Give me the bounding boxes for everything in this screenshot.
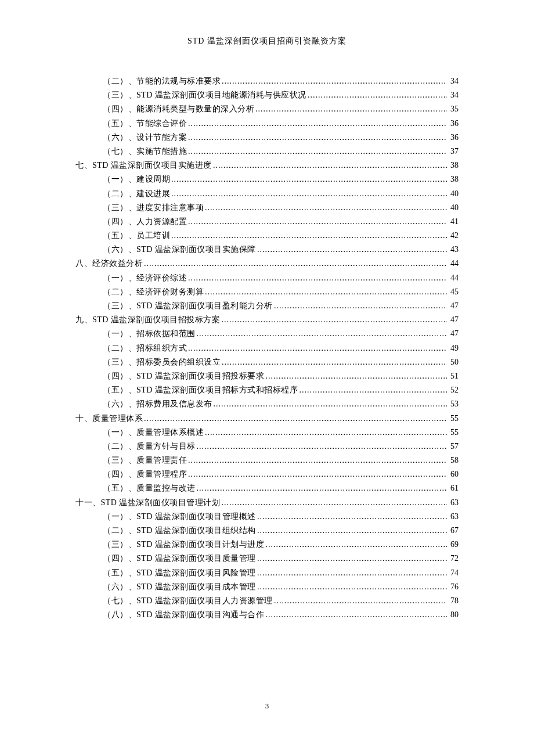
toc-leader-dots <box>273 299 447 313</box>
toc-entry-label: （二）、质量方针与目标 <box>103 440 196 453</box>
toc-entry[interactable]: （五）、STD 温盐深剖面仪项目风险管理74 <box>75 566 459 580</box>
toc-entry[interactable]: （六）、STD 温盐深剖面仪项目实施保障43 <box>75 243 459 257</box>
toc-entry-page: 35 <box>447 102 459 116</box>
toc-entry[interactable]: （五）、STD 温盐深剖面仪项目招标方式和招标程序52 <box>75 383 459 397</box>
toc-entry[interactable]: （五）、质量监控与改进61 <box>75 481 459 495</box>
toc-entry[interactable]: （一）、质量管理体系概述55 <box>75 426 459 440</box>
toc-entry[interactable]: （六）、招标费用及信息发布53 <box>75 397 459 411</box>
toc-entry[interactable]: 八、经济效益分析44 <box>75 257 459 271</box>
toc-leader-dots <box>264 369 447 383</box>
toc-entry[interactable]: （一）、招标依据和范围47 <box>75 327 459 341</box>
toc-entry[interactable]: （八）、STD 温盐深剖面仪项目沟通与合作80 <box>75 608 459 622</box>
toc-entry[interactable]: （七）、实施节能措施37 <box>75 145 459 159</box>
toc-entry[interactable]: （五）、员工培训42 <box>75 229 459 243</box>
toc-entry[interactable]: （二）、STD 温盐深剖面仪项目组织结构67 <box>75 524 459 538</box>
toc-entry[interactable]: （二）、招标组织方式49 <box>75 341 459 355</box>
toc-entry-page: 51 <box>447 369 459 383</box>
toc-leader-dots <box>306 88 447 102</box>
toc-entry[interactable]: （三）、STD 温盐深剖面仪项目地能源消耗与供应状况34 <box>75 88 459 102</box>
toc-entry[interactable]: 十一、STD 温盐深剖面仪项目管理计划63 <box>75 496 459 510</box>
toc-leader-dots <box>254 102 447 116</box>
toc-leader-dots <box>264 538 447 552</box>
toc-entry-page: 34 <box>447 88 459 102</box>
toc-entry[interactable]: （三）、质量管理责任58 <box>75 453 459 467</box>
toc-entry-page: 49 <box>447 341 459 355</box>
toc-leader-dots <box>170 172 447 186</box>
toc-entry-label: 九、STD 温盐深剖面仪项目招投标方案 <box>75 313 220 327</box>
toc-leader-dots <box>170 229 447 243</box>
toc-entry-page: 40 <box>447 187 459 201</box>
toc-entry[interactable]: （一）、STD 温盐深剖面仪项目管理概述63 <box>75 510 459 524</box>
toc-entry-label: （六）、设计节能方案 <box>103 131 187 145</box>
toc-leader-dots <box>196 440 448 453</box>
toc-entry-label: （六）、STD 温盐深剖面仪项目实施保障 <box>103 243 256 257</box>
toc-leader-dots <box>196 481 448 495</box>
toc-entry[interactable]: （六）、设计节能方案36 <box>75 131 459 145</box>
toc-entry[interactable]: （一）、经济评价综述44 <box>75 271 459 285</box>
toc-entry-label: （六）、STD 温盐深剖面仪项目成本管理 <box>103 580 256 594</box>
toc-entry-label: （七）、STD 温盐深剖面仪项目人力资源管理 <box>103 594 273 608</box>
toc-entry[interactable]: （一）、建设周期38 <box>75 172 459 186</box>
toc-entry[interactable]: （三）、进度安排注意事项40 <box>75 201 459 215</box>
toc-entry-page: 38 <box>447 172 459 186</box>
toc-entry-page: 72 <box>447 552 459 566</box>
toc-entry-label: （四）、STD 温盐深剖面仪项目招投标要求 <box>103 369 264 383</box>
toc-entry[interactable]: （四）、STD 温盐深剖面仪项目质量管理72 <box>75 552 459 566</box>
toc-entry[interactable]: （二）、经济评价财务测算45 <box>75 285 459 299</box>
toc-entry-page: 55 <box>447 426 459 440</box>
toc-entry[interactable]: （二）、节能的法规与标准要求34 <box>75 74 459 88</box>
toc-entry[interactable]: （二）、质量方针与目标57 <box>75 440 459 453</box>
toc-entry-label: 十一、STD 温盐深剖面仪项目管理计划 <box>75 496 220 510</box>
toc-leader-dots <box>170 187 447 201</box>
toc-leader-dots <box>256 510 447 524</box>
toc-entry[interactable]: （三）、STD 温盐深剖面仪项目计划与进度69 <box>75 538 459 552</box>
toc-entry-page: 80 <box>447 608 459 622</box>
toc-entry[interactable]: （五）、节能综合评价36 <box>75 117 459 131</box>
toc-leader-dots <box>204 426 447 440</box>
toc-entry[interactable]: （四）、人力资源配置41 <box>75 215 459 229</box>
toc-entry-page: 44 <box>447 257 459 271</box>
toc-entry-page: 36 <box>447 117 459 131</box>
toc-entry[interactable]: （三）、招标委员会的组织设立50 <box>75 355 459 369</box>
toc-leader-dots <box>220 313 447 327</box>
toc-entry-page: 52 <box>447 383 459 397</box>
toc-entry-label: （六）、招标费用及信息发布 <box>103 397 212 411</box>
toc-entry[interactable]: （四）、STD 温盐深剖面仪项目招投标要求51 <box>75 369 459 383</box>
toc-leader-dots <box>187 145 447 159</box>
toc-entry[interactable]: （四）、能源消耗类型与数量的深入分析35 <box>75 102 459 116</box>
toc-entry[interactable]: 九、STD 温盐深剖面仪项目招投标方案47 <box>75 313 459 327</box>
toc-entry[interactable]: （六）、STD 温盐深剖面仪项目成本管理76 <box>75 580 459 594</box>
toc-entry-label: （三）、STD 温盐深剖面仪项目地能源消耗与供应状况 <box>103 88 306 102</box>
toc-entry-label: （四）、能源消耗类型与数量的深入分析 <box>103 102 254 116</box>
toc-entry-page: 78 <box>447 594 459 608</box>
toc-leader-dots <box>187 215 447 229</box>
toc-entry-label: （三）、STD 温盐深剖面仪项目盈利能力分析 <box>103 299 273 313</box>
toc-entry-label: （三）、招标委员会的组织设立 <box>103 355 221 369</box>
toc-entry-label: （五）、STD 温盐深剖面仪项目风险管理 <box>103 566 256 580</box>
toc-leader-dots <box>187 467 447 481</box>
toc-entry-label: （三）、STD 温盐深剖面仪项目计划与进度 <box>103 538 264 552</box>
toc-entry[interactable]: （四）、质量管理程序60 <box>75 467 459 481</box>
toc-entry-page: 40 <box>447 201 459 215</box>
toc-entry-label: （二）、经济评价财务测算 <box>103 285 204 299</box>
toc-leader-dots <box>256 580 447 594</box>
toc-entry[interactable]: 十、质量管理体系55 <box>75 412 459 426</box>
toc-entry[interactable]: （二）、建设进展40 <box>75 187 459 201</box>
toc-entry-label: 七、STD 温盐深剖面仪项目实施进度 <box>75 159 212 172</box>
toc-leader-dots <box>143 257 447 271</box>
document-page: STD 温盐深剖面仪项目招商引资融资方案 （二）、节能的法规与标准要求34（三）… <box>0 0 534 622</box>
toc-entry-label: （二）、建设进展 <box>103 187 170 201</box>
toc-entry-label: （四）、质量管理程序 <box>103 467 187 481</box>
toc-entry[interactable]: 七、STD 温盐深剖面仪项目实施进度38 <box>75 159 459 172</box>
toc-leader-dots <box>187 131 447 145</box>
toc-leader-dots <box>220 496 447 510</box>
toc-entry[interactable]: （七）、STD 温盐深剖面仪项目人力资源管理78 <box>75 594 459 608</box>
toc-leader-dots <box>187 117 447 131</box>
toc-leader-dots <box>256 243 447 257</box>
toc-leader-dots <box>264 608 447 622</box>
toc-entry[interactable]: （三）、STD 温盐深剖面仪项目盈利能力分析47 <box>75 299 459 313</box>
toc-entry-label: （八）、STD 温盐深剖面仪项目沟通与合作 <box>103 608 264 622</box>
table-of-contents: （二）、节能的法规与标准要求34（三）、STD 温盐深剖面仪项目地能源消耗与供应… <box>75 74 459 622</box>
toc-entry-label: （三）、进度安排注意事项 <box>103 201 204 215</box>
toc-entry-label: （四）、STD 温盐深剖面仪项目质量管理 <box>103 552 256 566</box>
